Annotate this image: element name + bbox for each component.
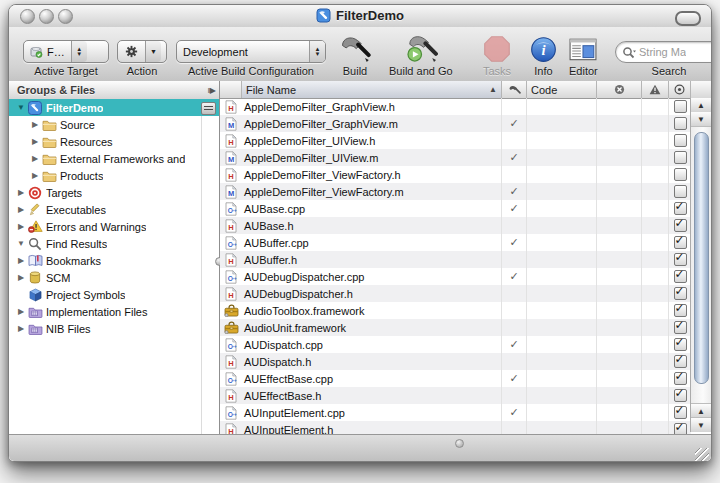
table-row-aubase-cpp[interactable]: C++AUBase.cpp✓ xyxy=(220,200,691,217)
target-column-header[interactable] xyxy=(502,81,527,98)
include-checkbox[interactable] xyxy=(674,185,687,198)
table-row-aubuffer-h[interactable]: HAUBuffer.h xyxy=(220,251,691,268)
target-membership-cell[interactable] xyxy=(502,353,527,370)
include-checkbox[interactable] xyxy=(674,202,687,215)
sidebar-item-resources[interactable]: ▶Resources xyxy=(9,133,219,150)
table-row-appledemofilter-uiview-h[interactable]: HAppleDemoFilter_UIView.h xyxy=(220,132,691,149)
file-name-cell[interactable]: AppleDemoFilter_GraphView.h xyxy=(242,98,502,115)
disclosure-triangle-icon[interactable]: ▶ xyxy=(29,154,41,163)
action-popup[interactable]: ▼ xyxy=(117,40,167,63)
editor-splitter-handle[interactable] xyxy=(455,439,464,448)
table-row-aubase-h[interactable]: HAUBase.h xyxy=(220,217,691,234)
disclosure-triangle-icon[interactable]: ▶ xyxy=(29,137,41,146)
file-name-cell[interactable]: AUDispatch.cpp xyxy=(242,336,502,353)
include-checkbox[interactable] xyxy=(674,168,687,181)
target-membership-cell[interactable] xyxy=(502,285,527,302)
include-checkbox[interactable] xyxy=(674,389,687,402)
file-name-cell[interactable]: AUInputElement.cpp xyxy=(242,404,502,421)
table-row-appledemofilter-viewfactory-m[interactable]: MAppleDemoFilter_ViewFactory.m✓ xyxy=(220,183,691,200)
disclosure-triangle-icon[interactable]: ▶ xyxy=(15,188,27,197)
target-membership-cell[interactable]: ✓ xyxy=(502,404,527,421)
warnings-column-header[interactable] xyxy=(642,81,669,98)
include-checkbox[interactable] xyxy=(674,372,687,385)
scroll-up-button[interactable]: ▲ xyxy=(691,98,711,113)
include-checkbox[interactable] xyxy=(674,134,687,147)
disclosure-triangle-icon[interactable]: ▶ xyxy=(15,307,27,316)
scroll-down-button[interactable]: ▼ xyxy=(691,112,711,127)
sidebar-item-find-results[interactable]: ▼Find Results xyxy=(9,235,219,252)
hammer-go-icon[interactable] xyxy=(404,33,438,63)
disclosure-triangle-icon[interactable]: ▶ xyxy=(15,205,27,214)
vertical-scrollbar[interactable]: ▲ ▼ ▲ ▼ xyxy=(690,98,711,432)
build-configuration-popup[interactable]: Development ▲▼ xyxy=(176,40,326,63)
sidebar-item-nib-files[interactable]: ▶NIB Files xyxy=(9,320,219,337)
sidebar-item-project-symbols[interactable]: Project Symbols xyxy=(9,286,219,303)
code-column-header[interactable]: Code xyxy=(527,81,597,98)
target-membership-cell[interactable]: ✓ xyxy=(502,149,527,166)
bullseye-column-header[interactable] xyxy=(669,81,691,98)
include-checkbox[interactable] xyxy=(674,117,687,130)
target-membership-cell[interactable]: ✓ xyxy=(502,234,527,251)
include-checkbox[interactable] xyxy=(674,253,687,266)
file-name-cell[interactable]: AudioToolbox.framework xyxy=(242,302,502,319)
target-membership-cell[interactable] xyxy=(502,132,527,149)
file-name-cell[interactable]: AUEffectBase.cpp xyxy=(242,370,502,387)
file-name-cell[interactable]: AUEffectBase.h xyxy=(242,387,502,404)
errors-column-header[interactable] xyxy=(597,81,642,98)
file-name-cell[interactable]: AUDebugDispatcher.cpp xyxy=(242,268,502,285)
include-checkbox[interactable] xyxy=(674,236,687,249)
disclosure-triangle-icon[interactable]: ▼ xyxy=(15,239,27,248)
sidebar-item-products[interactable]: ▶Products xyxy=(9,167,219,184)
target-membership-cell[interactable]: ✓ xyxy=(502,200,527,217)
sidebar-item-source[interactable]: ▶Source xyxy=(9,116,219,133)
scroll-up-button-bottom[interactable]: ▲ xyxy=(691,403,711,418)
table-row-audiotoolbox-framework[interactable]: AudioToolbox.framework xyxy=(220,302,691,319)
target-membership-cell[interactable] xyxy=(502,166,527,183)
file-name-cell[interactable]: AUBase.h xyxy=(242,217,502,234)
target-membership-cell[interactable]: ✓ xyxy=(502,115,527,132)
sidebar-item-external-frameworks-and[interactable]: ▶External Frameworks and xyxy=(9,150,219,167)
file-name-cell[interactable]: AppleDemoFilter_ViewFactory.h xyxy=(242,166,502,183)
target-membership-cell[interactable] xyxy=(502,387,527,404)
title-bar[interactable]: FilterDemo xyxy=(9,5,711,28)
file-name-cell[interactable]: AUBuffer.h xyxy=(242,251,502,268)
include-checkbox[interactable] xyxy=(674,321,687,334)
disclosure-triangle-icon[interactable]: ▶ xyxy=(29,120,41,129)
include-checkbox[interactable] xyxy=(674,287,687,300)
sidebar-item-scm[interactable]: ▶SCM xyxy=(9,269,219,286)
sidebar-item-implementation-files[interactable]: ▶Implementation Files xyxy=(9,303,219,320)
sidebar-item-filterdemo[interactable]: ▼FilterDemo xyxy=(9,99,219,116)
table-row-appledemofilter-graphview-h[interactable]: HAppleDemoFilter_GraphView.h xyxy=(220,98,691,115)
disclosure-triangle-icon[interactable]: ▶ xyxy=(15,222,27,231)
include-checkbox[interactable] xyxy=(674,151,687,164)
file-name-cell[interactable]: AUDispatch.h xyxy=(242,353,502,370)
table-row-appledemofilter-graphview-m[interactable]: MAppleDemoFilter_GraphView.m✓ xyxy=(220,115,691,132)
file-name-cell[interactable]: AUDebugDispatcher.h xyxy=(242,285,502,302)
file-name-column-header[interactable]: File Name ▲ xyxy=(242,81,502,98)
disclosure-triangle-icon[interactable]: ▶ xyxy=(15,256,27,265)
table-row-aueffectbase-h[interactable]: HAUEffectBase.h xyxy=(220,387,691,404)
file-name-cell[interactable]: AppleDemoFilter_GraphView.m xyxy=(242,115,502,132)
row-options-button[interactable] xyxy=(201,102,216,115)
target-membership-cell[interactable]: ✓ xyxy=(502,336,527,353)
target-membership-cell[interactable] xyxy=(502,319,527,336)
file-name-cell[interactable]: AUBase.cpp xyxy=(242,200,502,217)
target-membership-cell[interactable] xyxy=(502,302,527,319)
column-split-icon[interactable]: ‖▶ xyxy=(208,86,219,95)
sidebar-item-executables[interactable]: ▶Executables xyxy=(9,201,219,218)
scroll-down-button-bottom[interactable]: ▼ xyxy=(691,417,711,432)
include-checkbox[interactable] xyxy=(674,219,687,232)
include-checkbox[interactable] xyxy=(674,355,687,368)
target-membership-cell[interactable] xyxy=(502,98,527,115)
target-membership-cell[interactable] xyxy=(502,251,527,268)
scrollbar-thumb[interactable] xyxy=(694,132,709,384)
sidebar-item-errors-and-warnings[interactable]: ▶Errors and Warnings xyxy=(9,218,219,235)
file-name-cell[interactable]: AUBuffer.cpp xyxy=(242,234,502,251)
table-row-aueffectbase-cpp[interactable]: C++AUEffectBase.cpp✓ xyxy=(220,370,691,387)
table-row-appledemofilter-viewfactory-h[interactable]: HAppleDemoFilter_ViewFactory.h xyxy=(220,166,691,183)
file-name-cell[interactable]: AppleDemoFilter_ViewFactory.m xyxy=(242,183,502,200)
include-checkbox[interactable] xyxy=(674,270,687,283)
table-row-aubuffer-cpp[interactable]: C++AUBuffer.cpp✓ xyxy=(220,234,691,251)
table-row-audispatch-cpp[interactable]: C++AUDispatch.cpp✓ xyxy=(220,336,691,353)
table-row-appledemofilter-uiview-m[interactable]: MAppleDemoFilter_UIView.m✓ xyxy=(220,149,691,166)
